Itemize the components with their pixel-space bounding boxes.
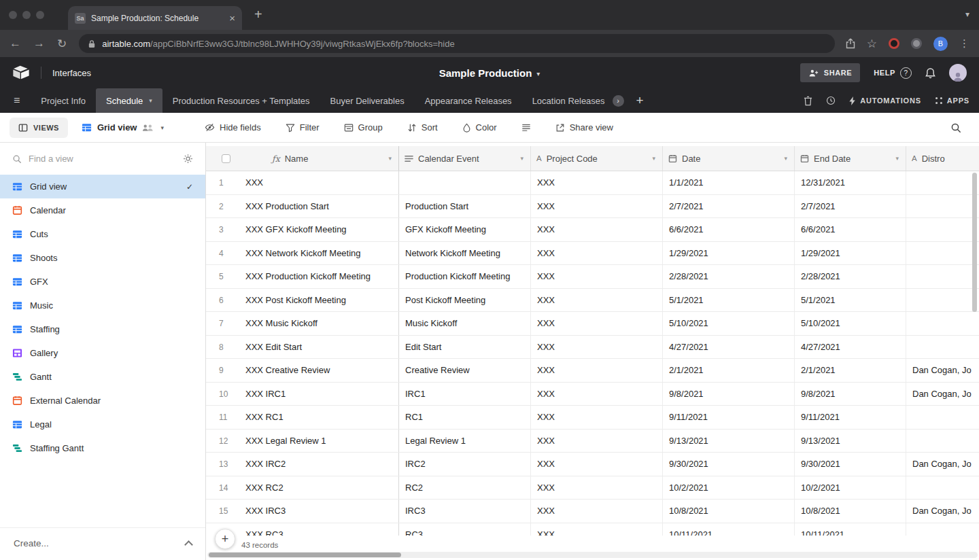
grid-cell-distro[interactable]	[906, 242, 979, 265]
horizontal-scrollbar[interactable]	[207, 552, 978, 558]
grid-cell-project-code[interactable]: XXX	[531, 476, 663, 500]
grid-cell-end-date[interactable]: 9/13/2021	[795, 430, 906, 453]
current-view-button[interactable]: Grid view ▾	[82, 122, 164, 133]
grid-cell-project-code[interactable]: XXX	[531, 500, 663, 523]
sidebar-view-legal[interactable]: Legal	[0, 413, 205, 436]
row-number[interactable]: 1	[206, 171, 237, 194]
sidebar-view-staffing[interactable]: Staffing	[0, 317, 205, 341]
window-minimize-button[interactable]	[22, 11, 31, 19]
row-number[interactable]: 5	[206, 265, 237, 288]
grid-cell-name[interactable]: XXX Legal Review 1	[237, 430, 399, 453]
grid-cell-end-date[interactable]: 1/29/2021	[795, 242, 906, 265]
row-number[interactable]: 15	[206, 500, 237, 523]
row-number[interactable]: 2	[206, 195, 237, 218]
grid-cell-name[interactable]: XXX Post Kickoff Meeting	[237, 289, 399, 312]
grid-cell-project-code[interactable]: XXX	[531, 171, 663, 194]
vertical-scrollbar[interactable]	[972, 173, 977, 312]
trash-icon[interactable]	[804, 96, 812, 106]
notifications-bell-icon[interactable]	[925, 67, 935, 79]
filter-button[interactable]: Filter	[279, 118, 326, 137]
grid-cell-distro[interactable]	[906, 312, 979, 335]
grid-cell-date[interactable]: 9/13/2021	[663, 430, 795, 453]
chevron-down-icon[interactable]: ▾	[388, 155, 393, 162]
column-header-name[interactable]: ƒxName▾	[237, 146, 399, 171]
sidebar-view-music[interactable]: Music	[0, 294, 205, 317]
grid-cell-project-code[interactable]: XXX	[531, 218, 663, 241]
grid-cell-name[interactable]: XXX RC1	[237, 406, 399, 429]
grid-cell-date[interactable]: 6/6/2021	[663, 218, 795, 241]
grid-cell-end-date[interactable]: 2/7/2021	[795, 195, 906, 218]
table-tab-project-info[interactable]: Project Info	[31, 88, 96, 113]
column-header-project-code[interactable]: AProject Code▾	[531, 146, 663, 171]
create-view-button[interactable]: Create...	[0, 527, 205, 560]
grid-cell-date[interactable]: 1/29/2021	[663, 242, 795, 265]
grid-cell-date[interactable]: 9/11/2021	[663, 406, 795, 429]
help-button[interactable]: HELP ?	[874, 67, 912, 79]
interfaces-link[interactable]: Interfaces	[52, 68, 91, 78]
grid-cell-calendar-event[interactable]: Network Kickoff Meeting	[399, 242, 531, 265]
find-view-input[interactable]	[29, 154, 176, 164]
grid-cell-name[interactable]: XXX Network Kickoff Meeting	[237, 242, 399, 265]
grid-cell-end-date[interactable]: 6/6/2021	[795, 218, 906, 241]
sidebar-view-gfx[interactable]: GFX	[0, 270, 205, 294]
grid-cell-end-date[interactable]: 5/1/2021	[795, 289, 906, 312]
grid-cell-distro[interactable]	[906, 265, 979, 288]
grid-cell-project-code[interactable]: XXX	[531, 359, 663, 382]
grid-cell-name[interactable]: XXX Production Start	[237, 195, 399, 218]
column-header-calendar-event[interactable]: Calendar Event▾	[399, 146, 531, 171]
grid-cell-distro[interactable]: Dan Cogan, Jo	[906, 500, 979, 523]
share-button[interactable]: SHARE	[800, 63, 861, 82]
grid-cell-date[interactable]: 9/8/2021	[663, 383, 795, 406]
add-table-button[interactable]: +	[636, 93, 644, 108]
share-page-icon[interactable]	[846, 38, 855, 49]
grid-cell-name[interactable]: XXX RC2	[237, 476, 399, 500]
row-number[interactable]: 6	[206, 289, 237, 312]
row-number[interactable]: 9	[206, 359, 237, 382]
browser-tab[interactable]: Sa Sample Production: Schedule ×	[68, 6, 242, 30]
grid-cell-project-code[interactable]: XXX	[531, 336, 663, 359]
grid-cell-end-date[interactable]: 10/8/2021	[795, 500, 906, 523]
apps-button[interactable]: APPS	[935, 97, 969, 105]
browser-profile-avatar[interactable]: B	[933, 37, 948, 51]
group-button[interactable]: Group	[337, 118, 390, 137]
row-number[interactable]: 12	[206, 430, 237, 453]
grid-cell-calendar-event[interactable]: IRC2	[399, 453, 531, 476]
grid-cell-calendar-event[interactable]: IRC1	[399, 383, 531, 406]
select-all-checkbox[interactable]	[222, 154, 230, 163]
browser-menu-icon[interactable]: ⋮	[959, 37, 969, 50]
grid-cell-end-date[interactable]: 12/31/2021	[795, 171, 906, 194]
table-tab-appearance-releases[interactable]: Appearance Releases	[415, 88, 522, 113]
row-height-button[interactable]	[515, 119, 538, 137]
grid-cell-calendar-event[interactable]	[399, 171, 531, 194]
grid-cell-project-code[interactable]: XXX	[531, 383, 663, 406]
grid-cell-calendar-event[interactable]: RC2	[399, 476, 531, 500]
grid-cell-project-code[interactable]: XXX	[531, 406, 663, 429]
column-header-distro[interactable]: ADistro▾	[906, 146, 979, 171]
bookmark-star-icon[interactable]: ☆	[867, 37, 877, 51]
grid-cell-name[interactable]: XXX GFX Kickoff Meeting	[237, 218, 399, 241]
sidebar-view-shoots[interactable]: Shoots	[0, 246, 205, 270]
grid-cell-end-date[interactable]: 9/8/2021	[795, 383, 906, 406]
grid-cell-distro[interactable]: Dan Cogan, Jo	[906, 453, 979, 476]
grid-cell-calendar-event[interactable]: Legal Review 1	[399, 430, 531, 453]
grid-cell-calendar-event[interactable]: IRC3	[399, 500, 531, 523]
new-tab-button[interactable]: +	[254, 7, 262, 22]
grid-cell-calendar-event[interactable]: GFX Kickoff Meeting	[399, 218, 531, 241]
grid-cell-end-date[interactable]: 10/2/2021	[795, 476, 906, 500]
grid-cell-name[interactable]: XXX Edit Start	[237, 336, 399, 359]
grid-cell-distro[interactable]: Dan Cogan, Jo	[906, 383, 979, 406]
grid-cell-calendar-event[interactable]: Creative Review	[399, 359, 531, 382]
row-number[interactable]: 13	[206, 453, 237, 476]
grid-cell-name[interactable]: XXX IRC1	[237, 383, 399, 406]
grid-cell-end-date[interactable]: 9/11/2021	[795, 406, 906, 429]
column-header-date[interactable]: Date▾	[663, 146, 795, 171]
grid-cell-name[interactable]: XXX Creative Review	[237, 359, 399, 382]
search-icon[interactable]	[950, 122, 961, 133]
grid-cell-project-code[interactable]: XXX	[531, 265, 663, 288]
table-tab-production-resources-templates[interactable]: Production Resources + Templates	[162, 88, 320, 113]
views-toggle-button[interactable]: VIEWS	[10, 118, 68, 138]
grid-cell-date[interactable]: 10/8/2021	[663, 500, 795, 523]
grid-cell-project-code[interactable]: XXX	[531, 289, 663, 312]
grid-cell-date[interactable]: 1/1/2021	[663, 171, 795, 194]
row-number[interactable]: 3	[206, 218, 237, 241]
